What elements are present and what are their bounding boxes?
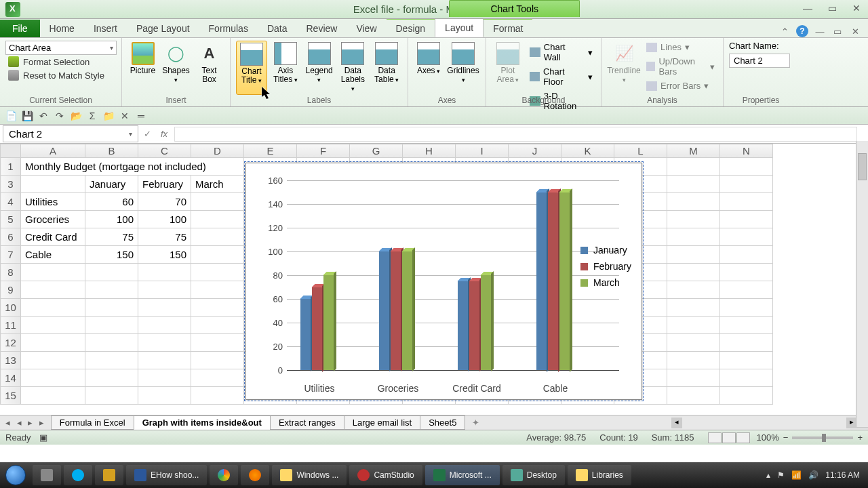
cell[interactable] xyxy=(667,193,720,211)
tab-formulas[interactable]: Formulas xyxy=(199,20,258,37)
start-button[interactable] xyxy=(0,462,31,488)
chart-name-input[interactable] xyxy=(729,54,790,68)
cell[interactable] xyxy=(720,352,773,369)
row-header[interactable]: 3 xyxy=(1,176,21,193)
taskbar-skype[interactable] xyxy=(64,465,92,485)
lines-button[interactable]: Lines ▾ xyxy=(644,41,717,54)
chart-bar[interactable] xyxy=(548,192,558,371)
cell[interactable] xyxy=(667,176,720,193)
chart-plot-area[interactable] xyxy=(287,180,619,370)
minimize-ribbon-icon[interactable]: ⌃ xyxy=(778,25,791,37)
cell[interactable] xyxy=(667,158,720,176)
cell[interactable] xyxy=(85,352,138,369)
chart-bar[interactable] xyxy=(458,281,468,370)
chart-title-button[interactable]: Chart Title xyxy=(236,41,267,95)
macro-record-icon[interactable]: ▣ xyxy=(39,432,47,443)
row-header[interactable]: 8 xyxy=(1,264,21,281)
new-sheet-icon[interactable]: ✦ xyxy=(465,418,486,428)
axes-button[interactable]: Axes xyxy=(414,41,443,85)
cell[interactable] xyxy=(720,264,773,281)
cell[interactable] xyxy=(720,211,773,228)
legend-item[interactable]: March xyxy=(580,277,631,288)
row-header[interactable]: 6 xyxy=(1,228,21,246)
row-header[interactable]: 1 xyxy=(1,158,21,176)
vertical-scrollbar[interactable] xyxy=(856,141,868,427)
sheet-tab[interactable]: Sheet5 xyxy=(420,415,465,430)
col-header[interactable]: L xyxy=(614,144,667,158)
cell[interactable] xyxy=(138,334,191,352)
cell[interactable] xyxy=(21,264,85,281)
sheet-nav-buttons[interactable]: ◂ ◂ ▸ ▸ xyxy=(0,418,52,428)
save-icon[interactable]: 💾 xyxy=(22,110,33,121)
cell[interactable] xyxy=(191,211,244,228)
cell[interactable] xyxy=(720,158,773,176)
tab-page-layout[interactable]: Page Layout xyxy=(127,20,199,37)
tab-data[interactable]: Data xyxy=(258,20,297,37)
cell[interactable] xyxy=(667,228,720,246)
col-header[interactable]: K xyxy=(561,144,614,158)
cell[interactable] xyxy=(138,369,191,387)
tab-view[interactable]: View xyxy=(347,20,386,37)
cell[interactable] xyxy=(21,281,85,299)
close-button[interactable]: ✕ xyxy=(850,3,863,14)
cell[interactable]: Cable xyxy=(21,246,85,264)
folder-icon[interactable]: 📁 xyxy=(103,110,114,121)
tray-clock[interactable]: 11:16 AM xyxy=(825,470,860,480)
tray-flag-icon[interactable]: ⚑ xyxy=(777,470,785,480)
cell[interactable] xyxy=(720,176,773,193)
row-header[interactable]: 4 xyxy=(1,193,21,211)
cell[interactable] xyxy=(191,317,244,334)
taskbar-firefox[interactable] xyxy=(241,465,269,485)
picture-button[interactable]: Picture xyxy=(127,41,158,85)
chart-legend[interactable]: JanuaryFebruaryMarch xyxy=(580,245,631,293)
cell[interactable] xyxy=(667,369,720,387)
row-header[interactable]: 15 xyxy=(1,387,21,405)
workbook-close-icon[interactable]: ✕ xyxy=(849,25,861,37)
tab-layout[interactable]: Layout xyxy=(435,17,484,37)
insert-function-icon[interactable]: ✓ xyxy=(141,129,154,139)
cell[interactable] xyxy=(138,299,191,317)
tab-review[interactable]: Review xyxy=(297,20,347,37)
chart-bar[interactable] xyxy=(469,281,479,370)
taskbar-desktop[interactable]: Desktop xyxy=(502,465,565,485)
cell[interactable]: 150 xyxy=(85,246,138,264)
chart-element-selector[interactable]: Chart Area xyxy=(5,41,117,55)
embedded-chart[interactable]: 020406080100120140160 UtilitiesGroceries… xyxy=(245,163,642,400)
legend-item[interactable]: January xyxy=(580,245,631,256)
cell[interactable]: 75 xyxy=(138,228,191,246)
cell[interactable] xyxy=(720,246,773,264)
cell[interactable] xyxy=(667,352,720,369)
tab-home[interactable]: Home xyxy=(40,20,84,37)
cell[interactable] xyxy=(667,211,720,228)
text-box-button[interactable]: AText Box xyxy=(194,41,224,85)
cell[interactable] xyxy=(720,299,773,317)
legend-item[interactable]: February xyxy=(580,261,631,272)
tab-insert[interactable]: Insert xyxy=(84,20,127,37)
zoom-out-icon[interactable]: − xyxy=(783,432,789,443)
cell[interactable] xyxy=(85,299,138,317)
chart-bar[interactable] xyxy=(323,275,334,370)
chart-bar[interactable] xyxy=(481,275,491,370)
cell[interactable]: 150 xyxy=(138,246,191,264)
cell[interactable] xyxy=(667,334,720,352)
cell[interactable]: January xyxy=(85,176,138,193)
col-header[interactable]: F xyxy=(297,144,350,158)
col-header[interactable]: M xyxy=(667,144,720,158)
sheet-tab[interactable]: Large email list xyxy=(344,415,420,430)
row-header[interactable]: 14 xyxy=(1,369,21,387)
cell[interactable] xyxy=(720,334,773,352)
tab-file[interactable]: File xyxy=(0,20,40,37)
sheet-tab[interactable]: Extract ranges xyxy=(270,415,344,430)
cell[interactable] xyxy=(21,352,85,369)
cell[interactable]: Monthly Budget (mortgage not included) xyxy=(21,158,244,176)
col-header[interactable]: C xyxy=(138,144,191,158)
taskbar-item[interactable] xyxy=(33,465,61,485)
col-header[interactable]: B xyxy=(85,144,138,158)
col-header[interactable]: D xyxy=(191,144,244,158)
cell[interactable] xyxy=(191,387,244,405)
cell[interactable]: 70 xyxy=(138,193,191,211)
cell[interactable] xyxy=(191,369,244,387)
row-header[interactable]: 5 xyxy=(1,211,21,228)
undo-icon[interactable]: ↶ xyxy=(38,110,49,121)
cell[interactable] xyxy=(191,299,244,317)
